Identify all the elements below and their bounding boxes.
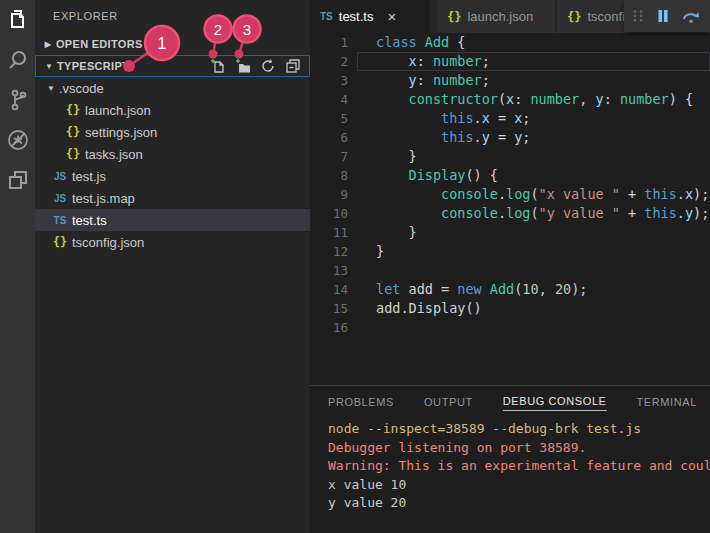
tab-test.ts[interactable]: TStest.ts× (310, 0, 430, 33)
code-token: ; (482, 53, 490, 69)
tree-item-label: launch.json (85, 103, 151, 118)
debug-console-output: node --inspect=38589 --debug-brk test.js… (310, 420, 710, 513)
line-number: 3 (310, 71, 357, 90)
panel-tabs: PROBLEMSOUTPUTDEBUG CONSOLETERMINAL (310, 386, 710, 420)
line-content: x: number; (357, 52, 710, 71)
new-folder-icon[interactable] (235, 58, 251, 74)
js-file-icon: JS (50, 171, 70, 182)
debug-toolbar (624, 0, 710, 32)
tab-launch.json[interactable]: {}launch.json (437, 0, 555, 33)
code-token: ; (482, 72, 490, 88)
chevron-right-icon: ▶ (40, 40, 56, 49)
json-file-icon: {} (50, 235, 70, 249)
code-token (376, 167, 409, 183)
code-token: log (506, 186, 530, 202)
line-content: constructor(x: number, y: number) { (357, 90, 710, 109)
code-editor[interactable]: 1class Add {2 x: number;3 y: number;4 co… (310, 33, 710, 385)
code-token: add = (400, 281, 457, 297)
code-token: log (506, 205, 530, 221)
toolbar-grip-icon[interactable] (632, 9, 644, 23)
ts-file-icon: TS (50, 215, 70, 226)
console-line: x value 10 (328, 476, 710, 495)
tree-item-launch.json[interactable]: {}launch.json (35, 99, 310, 121)
close-tab-icon[interactable]: × (387, 9, 396, 24)
line-number: 16 (310, 318, 357, 337)
source-control-icon[interactable] (0, 80, 35, 120)
file-tree: ▼.vscode{}launch.json{}settings.json{}ta… (35, 77, 310, 253)
code-token: + (620, 186, 644, 202)
json-file-icon: {} (63, 147, 83, 161)
sidebar-title: EXPLORER (35, 0, 310, 33)
code-token: ( (498, 91, 506, 107)
code-token: number (433, 53, 482, 69)
line-number: 6 (310, 128, 357, 147)
code-token: this (441, 110, 474, 126)
open-editors-section[interactable]: ▶ OPEN EDITORS (35, 33, 310, 55)
typescript-section[interactable]: ▼ TYPESCRIPT (35, 55, 310, 77)
code-token: ; (522, 129, 530, 145)
code-token: console (441, 205, 498, 221)
line-number: 9 (310, 185, 357, 204)
panel-tab-problems[interactable]: PROBLEMS (328, 396, 394, 411)
pause-icon[interactable] (656, 9, 670, 23)
code-token: + (620, 205, 644, 221)
refresh-icon[interactable] (260, 58, 276, 74)
code-token: "y value " (539, 205, 620, 221)
tree-item-tsconfig.json[interactable]: {}tsconfig.json (35, 231, 310, 253)
tree-item-test.js.map[interactable]: JStest.js.map (35, 187, 310, 209)
code-token: x (482, 110, 490, 126)
tree-item-test.ts[interactable]: TStest.ts (35, 209, 310, 231)
open-editors-label: OPEN EDITORS (56, 38, 143, 50)
tree-item-.vscode[interactable]: ▼.vscode (35, 77, 310, 99)
debug-disabled-icon[interactable] (0, 120, 35, 160)
panel-tab-terminal[interactable]: TERMINAL (637, 396, 697, 411)
extensions-icon[interactable] (0, 160, 35, 200)
collapse-all-icon[interactable] (285, 58, 301, 74)
ts-file-icon: TS (320, 11, 333, 22)
line-number: 10 (310, 204, 357, 223)
code-token: Display (409, 167, 466, 183)
tree-item-test.js[interactable]: JStest.js (35, 165, 310, 187)
code-token: console (441, 186, 498, 202)
code-line: 8 Display() { (310, 166, 710, 185)
code-token (376, 186, 441, 202)
code-token: : (514, 91, 530, 107)
code-token: y (596, 91, 604, 107)
line-number: 15 (310, 299, 357, 318)
line-content (357, 261, 710, 280)
code-token: number (530, 91, 579, 107)
json-file-icon: {} (447, 10, 461, 24)
line-number: 1 (310, 33, 357, 52)
panel-tab-debug-console[interactable]: DEBUG CONSOLE (503, 395, 607, 411)
code-token: this (441, 129, 474, 145)
line-number: 14 (310, 280, 357, 299)
code-token: class (376, 34, 417, 50)
code-token: : (417, 53, 433, 69)
code-token: . (498, 205, 506, 221)
tree-item-label: test.ts (72, 213, 107, 228)
line-number: 8 (310, 166, 357, 185)
line-content: class Add { (357, 33, 710, 52)
step-over-icon[interactable] (682, 9, 700, 24)
tree-item-tasks.json[interactable]: {}tasks.json (35, 143, 310, 165)
line-content: console.log("y value " + this.y); (357, 204, 710, 223)
code-line: 2 x: number; (310, 52, 710, 71)
code-token: "x value " (539, 186, 620, 202)
panel-tab-output[interactable]: OUTPUT (424, 396, 473, 411)
line-number: 7 (310, 147, 357, 166)
code-line: 10 console.log("y value " + this.y); (310, 204, 710, 223)
search-icon[interactable] (0, 40, 35, 80)
new-file-icon[interactable] (210, 58, 226, 74)
tree-item-label: .vscode (59, 81, 104, 96)
explorer-icon[interactable] (0, 0, 35, 40)
code-token: x (506, 91, 514, 107)
chevron-down-icon: ▼ (41, 62, 57, 71)
code-token: } (376, 224, 417, 240)
code-token: 20 (555, 281, 571, 297)
code-token: number (620, 91, 669, 107)
code-token: ); (693, 186, 709, 202)
tree-item-settings.json[interactable]: {}settings.json (35, 121, 310, 143)
code-token: add. (376, 300, 409, 316)
line-content: this.y = y; (357, 128, 710, 147)
console-line: y value 20 (328, 494, 710, 513)
